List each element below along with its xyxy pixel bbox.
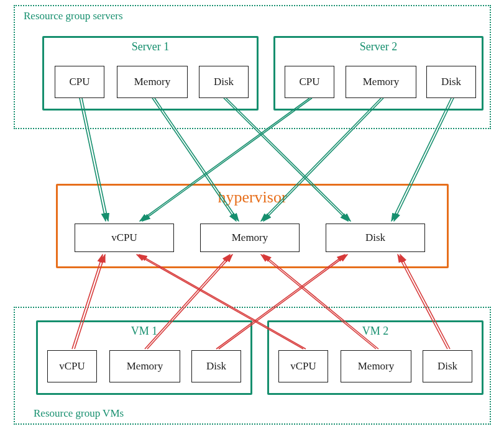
server1-title: Server 1: [44, 38, 257, 53]
hypervisor-vcpu: vCPU: [75, 224, 174, 252]
hypervisor-title: hypervisor: [58, 186, 447, 207]
group-servers-label: Resource group servers: [24, 10, 123, 22]
server2-disk: Disk: [426, 66, 476, 98]
server1-cpu: CPU: [55, 66, 104, 98]
group-vms-label: Resource group VMs: [34, 407, 124, 420]
vm1-memory: Memory: [109, 350, 180, 382]
vm1-vcpu: vCPU: [47, 350, 97, 382]
hypervisor-disk: Disk: [326, 224, 425, 252]
server2-title: Server 2: [275, 38, 482, 53]
server1-memory: Memory: [117, 66, 188, 98]
vm2-vcpu: vCPU: [278, 350, 328, 382]
hypervisor-memory: Memory: [200, 224, 300, 252]
vm2-title: VM 2: [269, 322, 482, 338]
vm2-disk: Disk: [423, 350, 472, 382]
server2-memory: Memory: [346, 66, 416, 98]
vm1-title: VM 1: [38, 322, 250, 338]
vm1-disk: Disk: [191, 350, 241, 382]
vm2-memory: Memory: [341, 350, 411, 382]
server2-cpu: CPU: [285, 66, 334, 98]
server1-disk: Disk: [199, 66, 249, 98]
